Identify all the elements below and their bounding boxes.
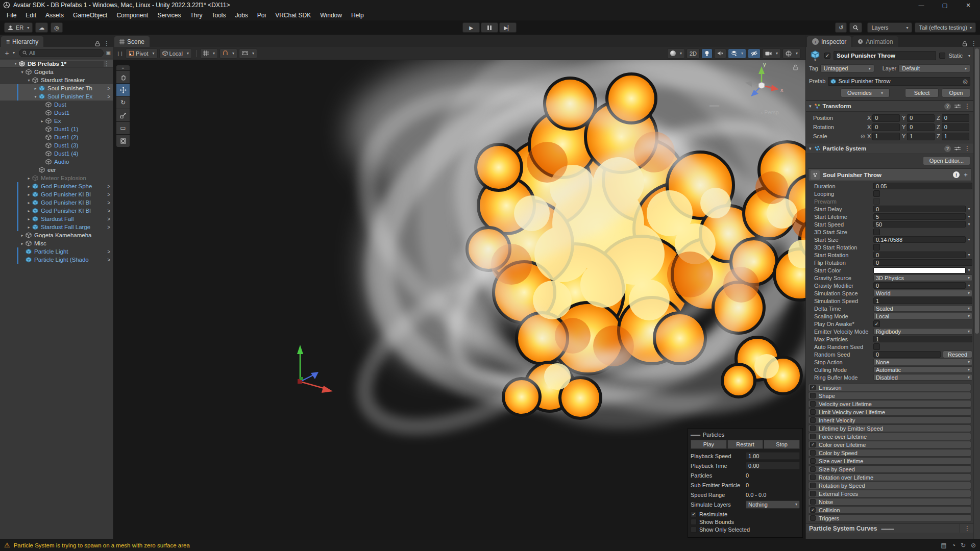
show-only-selected-checkbox[interactable] xyxy=(691,527,697,533)
overlay-check-resimulate[interactable]: Resimulate xyxy=(691,510,800,518)
open-prefab-chevron-icon[interactable]: > xyxy=(107,86,113,91)
menu-services[interactable]: Services xyxy=(153,10,185,20)
expand-arrow-icon[interactable]: ▸ xyxy=(26,184,32,189)
open-editor-button[interactable]: Open Editor... xyxy=(923,156,970,165)
transform-rotation-y-field[interactable]: 0 xyxy=(907,123,935,131)
hierarchy-item-dust1[interactable]: Dust1 xyxy=(0,109,113,117)
color-over-lifetime-checkbox[interactable] xyxy=(810,442,816,447)
hierarchy-item-soul-punisher-ex[interactable]: ▾Soul Punisher Ex> xyxy=(0,92,113,101)
hierarchy-item-misc[interactable]: ▸Misc xyxy=(0,239,113,247)
progress-icon[interactable]: ◔ xyxy=(952,542,955,549)
menu-component[interactable]: Component xyxy=(112,10,153,20)
layers-dropdown[interactable]: Layers▾ xyxy=(867,22,912,33)
open-prefab-chevron-icon[interactable]: > xyxy=(107,216,113,222)
start-lifetime-mode-dropdown[interactable]: ▾ xyxy=(966,214,972,219)
start-color-mode-dropdown[interactable]: ▾ xyxy=(966,268,972,272)
projection-label[interactable]: ‹ Persp xyxy=(761,109,779,115)
transform-position-y-field[interactable]: 0 xyxy=(907,114,935,122)
transform-rotation-z-field[interactable]: 0 xyxy=(942,123,969,131)
module-lifetime-by-emitter-speed[interactable]: Lifetime by Emitter Speed xyxy=(808,424,971,432)
hierarchy-item-particle-light[interactable]: Particle Light> xyxy=(0,247,113,256)
expand-arrow-icon[interactable]: ▾ xyxy=(19,70,26,74)
cloud-button[interactable]: ☁ xyxy=(35,22,48,33)
start-rotation-mode-dropdown[interactable]: ▾ xyxy=(966,253,972,257)
hidden-objects-toggle-button[interactable] xyxy=(748,48,761,59)
open-prefab-chevron-icon[interactable]: > xyxy=(107,249,113,255)
menu-assets[interactable]: Assets xyxy=(41,10,68,20)
module-size-over-lifetime[interactable]: Size over Lifetime xyxy=(808,457,971,465)
hierarchy-item-god-punisher-sphe[interactable]: ▸God Punisher Sphe> xyxy=(0,182,113,190)
camera-settings-button[interactable]: ▾ xyxy=(762,48,781,59)
transform-rotation-x-field[interactable]: 0 xyxy=(872,123,900,131)
play-on-awake-checkbox[interactable] xyxy=(873,320,880,327)
rect-tool[interactable]: ▭ xyxy=(116,122,130,134)
close-button[interactable]: ✕ xyxy=(957,0,980,10)
expand-arrow-icon[interactable]: ▸ xyxy=(26,192,32,197)
open-prefab-chevron-icon[interactable]: > xyxy=(107,184,113,189)
object-name-field[interactable]: Soul Punisher Throw xyxy=(834,51,936,60)
rotation-by-speed-checkbox[interactable] xyxy=(810,483,816,488)
module-triggers[interactable]: Triggers xyxy=(808,514,971,522)
tab-inspector[interactable]: i Inspector xyxy=(807,36,851,47)
hierarchy-item-stardust-breaker[interactable]: ▾Stardust Breaker xyxy=(0,76,113,84)
services-button[interactable]: ◎ xyxy=(51,22,63,33)
static-checkbox[interactable] xyxy=(939,53,945,59)
hierarchy-item-dust1-3[interactable]: Dust1 (3) xyxy=(0,141,113,149)
overlay-check-show-only-selected[interactable]: Show Only Selected xyxy=(691,525,800,533)
hierarchy-item-ex[interactable]: ▸Ex xyxy=(0,117,113,125)
simulation-space-dropdown[interactable]: World▾ xyxy=(873,290,972,296)
particles-panel-grip[interactable]: ▬▬ xyxy=(691,432,700,437)
grid-visibility-button[interactable]: ▾ xyxy=(200,48,218,59)
transform-position-z-field[interactable]: 0 xyxy=(942,114,969,122)
hierarchy-menu-icon[interactable]: ⋮ xyxy=(104,40,110,47)
scale-tool[interactable] xyxy=(116,109,130,121)
undo-history-button[interactable]: ↺ xyxy=(835,22,847,33)
inspector-scrollbar[interactable] xyxy=(973,47,980,539)
playback-speed-field[interactable]: 1.00 xyxy=(746,452,800,460)
orientation-gizmo[interactable]: y x xyxy=(738,61,785,108)
reseed-button[interactable]: Reseed xyxy=(943,350,972,358)
open-prefab-chevron-icon[interactable]: > xyxy=(107,94,113,99)
console-icon[interactable]: ▤ xyxy=(941,542,946,549)
start-color-swatch[interactable] xyxy=(873,267,966,273)
hierarchy-item-dust1-2[interactable]: Dust1 (2) xyxy=(0,133,113,141)
triggers-checkbox[interactable] xyxy=(810,515,816,521)
menu-edit[interactable]: Edit xyxy=(21,10,41,20)
gizmo-lock-icon[interactable] xyxy=(793,64,798,70)
active-checkbox[interactable] xyxy=(824,53,830,59)
module-force-over-lifetime[interactable]: Force over Lifetime xyxy=(808,433,971,440)
gizmos-button[interactable]: ▾ xyxy=(782,48,801,59)
presets-icon[interactable] xyxy=(954,104,961,109)
pivot-toggle-button[interactable]: Pivot▾ xyxy=(126,48,157,59)
collab-icon[interactable]: ⊘ xyxy=(971,542,976,549)
hierarchy-item-god-punisher-ki-bl[interactable]: ▸God Punisher KI Bl> xyxy=(0,207,113,215)
scene-viewport[interactable]: ≡ ↻ ▭ xyxy=(113,60,805,539)
help-icon[interactable]: ? xyxy=(944,103,951,110)
particle-main-module-header[interactable]: Soul Punisher Throw ! ＋ xyxy=(808,168,971,181)
module-size-by-speed[interactable]: Size by Speed xyxy=(808,465,971,473)
expand-arrow-icon[interactable]: ▸ xyxy=(39,119,45,123)
play-button[interactable]: ▶ xyxy=(462,22,480,33)
hierarchy-item-db-prefabs-1[interactable]: ▾DB Prefabs 1*⋮ xyxy=(0,60,113,68)
collision-checkbox[interactable] xyxy=(810,507,816,513)
hierarchy-item-gogeta-kamehameha[interactable]: ▸Gogeta Kamehameha xyxy=(0,231,113,239)
emission-checkbox[interactable] xyxy=(810,385,816,390)
prefab-open-button[interactable]: Open xyxy=(942,88,970,97)
start-delay-field[interactable]: 0 xyxy=(873,206,966,212)
search-button[interactable] xyxy=(849,22,862,33)
hierarchy-item-god-punisher-ki-bl[interactable]: ▸God Punisher KI Bl> xyxy=(0,198,113,207)
overlay-check-show-bounds[interactable]: Show Bounds xyxy=(691,518,800,525)
particle-system-component-header[interactable]: ▾ Particle System ? ⋮ xyxy=(806,143,973,154)
expand-arrow-icon[interactable]: ▸ xyxy=(32,86,39,91)
open-prefab-chevron-icon[interactable]: > xyxy=(107,192,113,197)
delta-time-dropdown[interactable]: Scaled▾ xyxy=(873,305,972,312)
simulate-layers-dropdown[interactable]: Nothing▾ xyxy=(746,500,800,509)
hierarchy-item-particle-light-shado[interactable]: Particle Light (Shado> xyxy=(0,256,113,264)
playback-time-field[interactable]: 0.00 xyxy=(746,462,800,469)
gravity-modifier-field[interactable]: 0 xyxy=(873,282,966,289)
expand-arrow-icon[interactable]: ▸ xyxy=(26,209,32,213)
minimize-button[interactable]: — xyxy=(910,0,933,10)
module-color-by-speed[interactable]: Color by Speed xyxy=(808,449,971,457)
static-dropdown-caret[interactable]: ▾ xyxy=(968,54,970,58)
external-forces-checkbox[interactable] xyxy=(810,491,816,496)
